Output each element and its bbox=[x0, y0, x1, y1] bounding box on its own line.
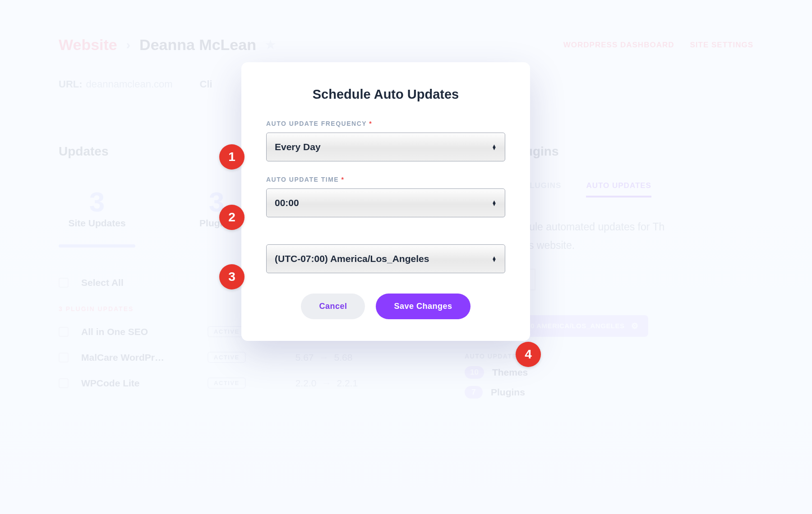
annotation-badge-1: 1 bbox=[219, 144, 245, 170]
annotation-badge-4: 4 bbox=[516, 342, 541, 367]
annotation-badge-2: 2 bbox=[219, 205, 245, 230]
frequency-select[interactable]: Every Day ▲▼ bbox=[266, 133, 505, 161]
cancel-button[interactable]: Cancel bbox=[301, 294, 365, 319]
annotation-badge-3: 3 bbox=[219, 264, 245, 289]
chevron-updown-icon: ▲▼ bbox=[492, 200, 497, 206]
chevron-updown-icon: ▲▼ bbox=[492, 256, 497, 262]
frequency-value: Every Day bbox=[275, 142, 321, 152]
frequency-label: AUTO UPDATE FREQUENCY * bbox=[266, 120, 505, 127]
time-select[interactable]: 00:00 ▲▼ bbox=[266, 188, 505, 217]
modal-title: Schedule Auto Updates bbox=[266, 87, 505, 102]
timezone-value: (UTC-07:00) America/Los_Angeles bbox=[275, 253, 429, 264]
timezone-select[interactable]: (UTC-07:00) America/Los_Angeles ▲▼ bbox=[266, 244, 505, 273]
schedule-modal: Schedule Auto Updates AUTO UPDATE FREQUE… bbox=[241, 62, 530, 341]
save-button[interactable]: Save Changes bbox=[376, 294, 470, 319]
time-label: AUTO UPDATE TIME * bbox=[266, 176, 505, 183]
chevron-updown-icon: ▲▼ bbox=[492, 144, 497, 150]
time-value: 00:00 bbox=[275, 197, 299, 208]
